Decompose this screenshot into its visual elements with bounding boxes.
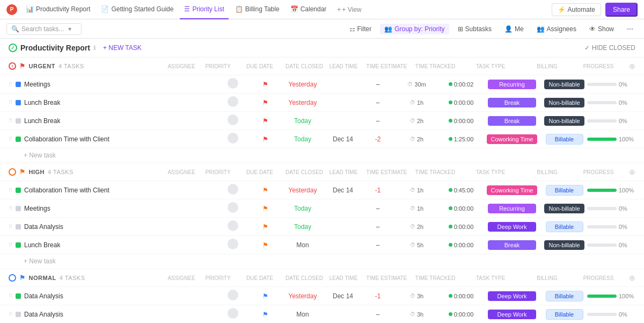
assignees-button[interactable]: 👥 Assignees	[532, 24, 581, 34]
billing-badge: Billable	[546, 309, 583, 320]
priority-flag-icon: ⚑	[262, 117, 268, 125]
table-row[interactable]: ⠿ Lunch Break ⚑ Today – ⏱2h	[0, 112, 644, 130]
add-view-button[interactable]: + + View	[333, 4, 365, 16]
automate-button[interactable]: ⚡ Automate	[552, 3, 601, 16]
tab-priority-list[interactable]: ☰ Priority List	[180, 0, 228, 19]
tab-getting-started[interactable]: 📄 Getting Started Guide	[97, 0, 178, 19]
section-count: 4 TASKS	[48, 169, 74, 175]
time-estimate-text: ⏱2h	[394, 118, 440, 124]
table-row[interactable]: ⠿ Meetings ⚑ Today – ⏱1h	[0, 199, 644, 218]
time-estimate-cell: ⏱2h	[394, 136, 440, 142]
avatar	[228, 290, 238, 300]
table-row[interactable]: ⠿ Collaboration Time with Client ⚑ Yeste…	[0, 181, 644, 199]
billing-badge: Billable	[546, 221, 583, 232]
new-task-row[interactable]: + New task	[0, 254, 644, 268]
section-columns-closed: DATE CLOSED	[286, 63, 323, 69]
lead-time-text: –	[376, 241, 380, 249]
search-placeholder: Search tasks...	[21, 25, 64, 33]
task-name-text[interactable]: Lunch Break	[24, 241, 60, 249]
task-name-text[interactable]: Collaboration Time with Client	[24, 135, 109, 143]
lead-time-cell: -1	[362, 292, 394, 300]
task-status-dot	[16, 118, 21, 124]
task-name-text[interactable]: Data Analysis	[24, 223, 63, 231]
subtasks-button[interactable]: ⊞ Subtasks	[453, 24, 496, 34]
priority-cell: ⚑	[249, 99, 281, 106]
lead-time-cell: –	[362, 311, 394, 318]
task-name-cell: ⠿ Meetings	[9, 205, 217, 212]
avatar	[228, 308, 238, 319]
task-name-text[interactable]: Lunch Break	[24, 99, 60, 106]
section-columns-closed: DATE CLOSED	[286, 275, 323, 281]
automate-label: Automate	[568, 6, 595, 13]
task-name-text[interactable]: Meetings	[24, 205, 50, 212]
show-button[interactable]: 👁 Show	[585, 24, 618, 34]
section-columns-billing: BILLING	[524, 169, 570, 175]
toolbar-right: ⚏ Filter 👥 Group by: Priority ⊞ Subtasks…	[345, 24, 638, 34]
assignees-label: Assignees	[547, 25, 576, 33]
me-button[interactable]: 👤 Me	[500, 24, 528, 34]
progress-bar	[587, 207, 617, 210]
task-status-dot	[16, 206, 21, 211]
billing-badge: Billable	[546, 291, 583, 302]
table-row[interactable]: ⠿ Collaboration Time with Client ⚑ Today…	[0, 130, 644, 148]
due-date-text: Today	[294, 117, 311, 125]
due-date-cell: Today	[281, 223, 324, 231]
table-row[interactable]: ⠿ Data Analysis ⚑ Mon – ⏱3h	[0, 305, 644, 323]
progress-content: 100%	[587, 187, 635, 193]
tab-productivity-report[interactable]: 📊 Productivity Report	[21, 0, 94, 19]
assignee-cell	[217, 96, 249, 109]
due-date-text: Today	[294, 223, 311, 231]
new-task-row[interactable]: + New task	[0, 148, 644, 162]
task-name-text[interactable]: Data Analysis	[24, 292, 63, 300]
section-columns-closed: DATE CLOSED	[286, 169, 323, 175]
task-status-dot	[16, 137, 21, 142]
section-label: ! ⚑ URGENT 4 TASKS	[9, 62, 84, 70]
info-icon[interactable]: ℹ	[93, 45, 96, 52]
filter-button[interactable]: ⚏ Filter	[345, 24, 376, 34]
share-button[interactable]: Share	[605, 3, 638, 17]
section-add-icon[interactable]: ⊕	[629, 168, 635, 176]
filter-label: Filter	[357, 25, 372, 33]
group-by-button[interactable]: 👥 Group by: Priority	[380, 24, 449, 34]
progress-text: 0%	[619, 311, 627, 318]
lead-time-cell: -2	[362, 135, 394, 143]
tab-calendar[interactable]: 📅 Calendar	[286, 0, 331, 19]
section-add-icon[interactable]: ⊕	[629, 274, 635, 282]
table-row[interactable]: ⠿ Lunch Break ⚑ Mon – ⏱5h	[0, 236, 644, 254]
section-columns-billing: BILLING	[524, 275, 570, 281]
avatar	[228, 239, 238, 249]
time-estimate-text: ⏱3h	[394, 293, 440, 299]
progress-bar	[587, 225, 617, 228]
task-name-text[interactable]: Data Analysis	[24, 311, 63, 318]
tab-billing-table[interactable]: 📋 Billing Table	[231, 0, 284, 19]
priority-flag: ⚑	[19, 168, 26, 176]
task-type-cell: Recurring	[482, 80, 541, 89]
progress-bar	[587, 119, 617, 123]
timer-dot	[449, 101, 452, 104]
table-row[interactable]: ⠿ Meetings ⚑ Yesterday – ⏱30m	[0, 75, 644, 94]
task-name-text[interactable]: Collaboration Time with Client	[24, 186, 109, 194]
top-navigation: P 📊 Productivity Report 📄 Getting Starte…	[0, 0, 644, 19]
section-columns-lead: LEAD TIME	[327, 275, 360, 281]
search-input[interactable]: 🔍 Search tasks... ▾	[6, 23, 82, 35]
task-name-text[interactable]: Meetings	[24, 81, 50, 88]
priority-flag-icon: ⚑	[262, 135, 268, 143]
hide-closed-button[interactable]: ✓ HIDE CLOSED	[584, 44, 635, 52]
due-date-cell: Mon	[281, 241, 324, 249]
main-content: ✓ Productivity Report ℹ + NEW TASK ✓ HID…	[0, 39, 644, 323]
section-count: 4 TASKS	[60, 275, 85, 281]
time-tracked-text: 0:00:00	[440, 311, 482, 318]
section-add-icon[interactable]: ⊕	[629, 62, 635, 70]
new-task-button[interactable]: + NEW TASK	[100, 43, 145, 53]
lead-time-text: -1	[375, 292, 381, 300]
time-estimate-cell: ⏱3h	[394, 293, 440, 299]
table-row[interactable]: ⠿ Data Analysis ⚑ Yesterday Dec 14 -1 ⏱	[0, 287, 644, 305]
clock-icon: ⏱	[410, 136, 415, 142]
date-closed-cell: Dec 14	[324, 186, 362, 194]
table-row[interactable]: ⠿ Lunch Break ⚑ Yesterday – ⏱1h	[0, 94, 644, 112]
task-name-text[interactable]: Lunch Break	[24, 117, 60, 125]
table-row[interactable]: ⠿ Data Analysis ⚑ Today – ⏱2h	[0, 218, 644, 236]
timer-dot	[449, 82, 452, 86]
more-options-button[interactable]: ⋯	[623, 24, 638, 34]
clock-icon: ⏱	[410, 311, 415, 317]
